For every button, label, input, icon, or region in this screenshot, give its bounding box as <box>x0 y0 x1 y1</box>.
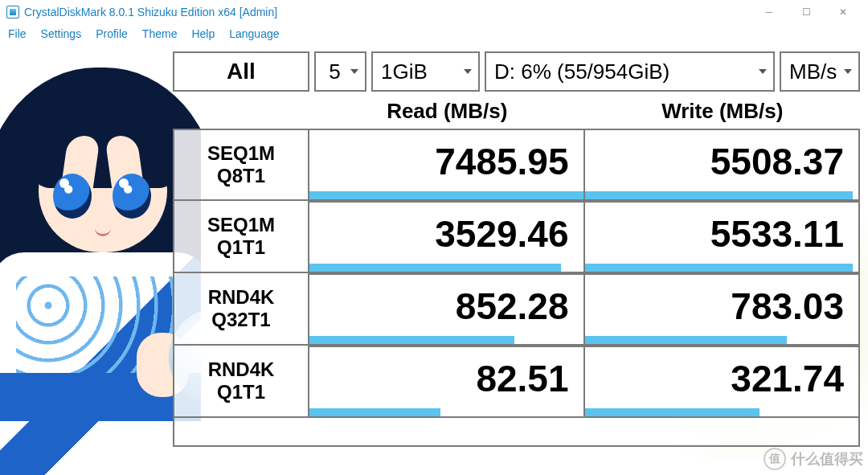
maximize-button[interactable]: ☐ <box>788 0 825 24</box>
test-label-line2: Q32T1 <box>211 309 270 331</box>
chevron-down-icon <box>759 69 767 74</box>
test-button[interactable]: RND4KQ1T1 <box>173 346 309 418</box>
read-value-cell: 852.28 <box>309 273 585 346</box>
read-value-cell: 7485.95 <box>309 129 585 201</box>
write-value: 321.74 <box>731 357 844 400</box>
read-value: 82.51 <box>476 357 568 400</box>
chevron-down-icon <box>350 69 358 74</box>
read-bar <box>309 408 440 416</box>
benchmark-panel: All 5 1GiB D: 6% (55/954GiB) MB/s <box>173 51 860 447</box>
read-value: 7485.95 <box>435 140 568 183</box>
write-value: 783.03 <box>731 285 844 328</box>
write-value: 5533.11 <box>710 212 844 256</box>
shizuku-artwork <box>0 43 201 475</box>
test-row: RND4KQ32T1852.28783.03 <box>173 273 860 346</box>
write-value-cell: 321.74 <box>585 346 861 418</box>
write-value: 5508.37 <box>710 140 844 183</box>
test-size-value: 1GiB <box>381 59 428 84</box>
test-button[interactable]: SEQ1MQ8T1 <box>173 129 309 201</box>
titlebar: CrystalDiskMark 8.0.1 Shizuku Edition x6… <box>0 0 868 24</box>
read-value: 852.28 <box>456 285 569 328</box>
menubar: File Settings Profile Theme Help Languag… <box>0 24 868 43</box>
test-label-line2: Q1T1 <box>217 236 265 259</box>
chevron-down-icon <box>844 69 852 74</box>
test-row: SEQ1MQ8T17485.955508.37 <box>173 129 860 201</box>
write-bar <box>585 191 854 199</box>
loops-select[interactable]: 5 <box>314 51 366 92</box>
loops-value: 5 <box>329 59 340 84</box>
header-row: Read (MB/s) Write (MB/s) <box>173 93 860 129</box>
test-label-line1: RND4K <box>208 286 275 309</box>
content-area: All 5 1GiB D: 6% (55/954GiB) MB/s <box>0 43 868 475</box>
drive-select[interactable]: D: 6% (55/954GiB) <box>485 51 775 92</box>
window-title: CrystalDiskMark 8.0.1 Shizuku Edition x6… <box>24 6 751 18</box>
test-label-line2: Q1T1 <box>217 381 265 403</box>
menu-language[interactable]: Language <box>229 27 279 40</box>
write-value-cell: 5533.11 <box>585 201 861 273</box>
run-all-button[interactable]: All <box>173 51 309 92</box>
app-window: CrystalDiskMark 8.0.1 Shizuku Edition x6… <box>0 0 868 475</box>
menu-help[interactable]: Help <box>191 27 215 40</box>
watermark-text: 什么值得买 <box>791 449 863 469</box>
app-icon <box>6 6 19 18</box>
write-value-cell: 783.03 <box>585 273 861 346</box>
unit-value: MB/s <box>789 59 837 84</box>
minimize-button[interactable]: ─ <box>751 0 788 24</box>
close-button[interactable]: ✕ <box>825 0 862 24</box>
test-label-line1: RND4K <box>208 358 275 381</box>
chevron-down-icon <box>464 69 472 74</box>
test-button[interactable]: RND4KQ32T1 <box>173 273 309 346</box>
read-bar <box>309 336 514 344</box>
menu-theme[interactable]: Theme <box>142 27 178 40</box>
test-button[interactable]: SEQ1MQ1T1 <box>173 201 309 273</box>
write-bar <box>585 336 788 344</box>
watermark: 值 什么值得买 <box>764 448 863 470</box>
test-label-line2: Q8T1 <box>217 165 265 187</box>
status-bar <box>173 418 860 447</box>
write-value-cell: 5508.37 <box>585 129 861 201</box>
watermark-badge: 值 <box>764 448 786 470</box>
read-value-cell: 82.51 <box>309 346 585 418</box>
test-label-line1: SEQ1M <box>207 142 275 165</box>
test-row: SEQ1MQ1T13529.465533.11 <box>173 201 860 273</box>
read-header: Read (MB/s) <box>309 93 585 129</box>
test-label-line1: SEQ1M <box>207 214 275 236</box>
write-bar <box>585 408 760 416</box>
test-row: RND4KQ1T182.51321.74 <box>173 346 860 418</box>
window-controls: ─ ☐ ✕ <box>751 0 862 24</box>
read-value-cell: 3529.46 <box>309 201 585 273</box>
unit-select[interactable]: MB/s <box>780 51 860 92</box>
menu-file[interactable]: File <box>8 27 27 40</box>
test-size-select[interactable]: 1GiB <box>371 51 480 92</box>
read-value: 3529.46 <box>435 212 568 256</box>
read-bar <box>309 264 561 272</box>
menu-settings[interactable]: Settings <box>41 27 82 40</box>
control-row: All 5 1GiB D: 6% (55/954GiB) MB/s <box>173 51 860 92</box>
read-bar <box>309 191 583 199</box>
drive-value: D: 6% (55/954GiB) <box>494 59 669 84</box>
menu-profile[interactable]: Profile <box>96 27 128 40</box>
write-bar <box>585 264 854 272</box>
write-header: Write (MB/s) <box>585 93 861 129</box>
